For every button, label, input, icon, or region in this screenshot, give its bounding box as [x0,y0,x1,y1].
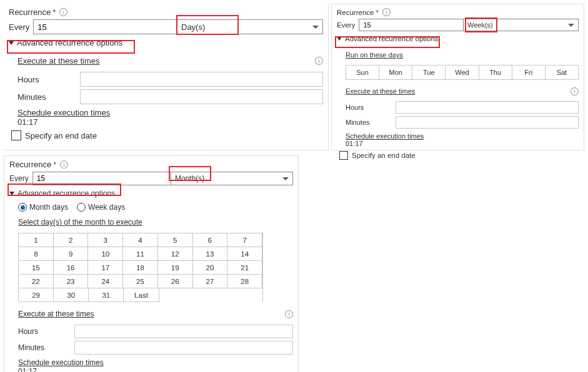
md-5[interactable]: 5 [158,233,193,247]
md-23[interactable]: 23 [54,275,89,288]
specify-end-row[interactable]: Specify an end date [339,151,579,160]
every-value-input[interactable] [359,19,464,31]
info-icon[interactable]: i [285,310,293,318]
advanced-label: Advanced recurrence options [17,38,122,47]
chevron-down-icon [282,177,289,180]
dow-thu[interactable]: Thu [479,65,512,80]
md-1[interactable]: 1 [19,233,54,247]
chevron-down-icon [568,24,574,27]
dow-fri[interactable]: Fri [512,65,546,80]
required-indicator: * [53,160,56,169]
week-days-label: Week days [88,203,125,212]
dow-sat[interactable]: Sat [546,65,579,80]
recurrence-panel-day: Recurrence * i Every Day(s) Advanced rec… [4,4,329,150]
recurrence-panel-month: Recurrence * i Every Month(s) Advanced r… [4,155,299,372]
week-days-radio[interactable]: Week days [77,203,125,212]
md-12[interactable]: 12 [158,247,193,261]
advanced-toggle[interactable]: Advanced recurrence options [9,189,293,198]
info-icon[interactable]: i [59,8,67,16]
md-20[interactable]: 20 [193,261,228,275]
dow-mon[interactable]: Mon [379,65,412,80]
minutes-input[interactable] [396,116,579,129]
info-icon[interactable]: i [571,87,579,95]
checkbox-icon[interactable] [11,130,21,140]
md-27[interactable]: 27 [193,275,228,288]
md-9[interactable]: 9 [54,247,89,261]
run-days-label: Run on these days [346,51,403,59]
checkbox-icon[interactable] [339,151,348,160]
recurrence-label: Recurrence [337,9,374,16]
md-26[interactable]: 26 [158,275,193,288]
recurrence-label: Recurrence [9,160,51,169]
md-21[interactable]: 21 [227,261,262,275]
md-14[interactable]: 14 [227,247,262,261]
select-days-label: Select day(s) of the month to execute [18,218,142,227]
every-value-input[interactable] [33,19,177,34]
hours-input[interactable] [74,325,293,338]
md-blank [159,288,194,302]
info-icon[interactable]: i [315,57,323,65]
md-24[interactable]: 24 [88,275,123,288]
every-label: Every [9,174,29,183]
schedule-time: 01:17 [18,367,293,372]
execute-times-label: Execute at these times [17,56,100,66]
radio-selected-icon [18,203,27,212]
md-16[interactable]: 16 [54,261,89,275]
md-18[interactable]: 18 [123,261,158,275]
caret-down-icon [9,41,14,45]
md-4[interactable]: 4 [123,233,158,247]
md-15[interactable]: 15 [19,261,54,275]
md-last[interactable]: Last [124,288,159,302]
every-value-input[interactable] [32,172,171,185]
advanced-toggle[interactable]: Advanced recurrence options [337,35,579,42]
md-22[interactable]: 22 [19,275,54,288]
md-17[interactable]: 17 [88,261,123,275]
md-29[interactable]: 29 [19,288,54,302]
caret-down-icon [337,37,342,41]
advanced-label: Advanced recurrence options [345,35,439,42]
md-25[interactable]: 25 [123,275,158,288]
md-19[interactable]: 19 [158,261,193,275]
info-icon[interactable]: i [60,160,68,169]
md-blank [194,288,228,302]
md-7[interactable]: 7 [227,233,262,247]
minutes-input[interactable] [74,341,293,355]
every-label: Every [9,22,29,32]
schedule-time: 01:17 [17,117,323,127]
day-of-week-group: Sun Mon Tue Wed Thu Fri Sat [346,65,579,80]
info-icon[interactable]: i [382,8,391,16]
md-30[interactable]: 30 [54,288,89,302]
hours-label: Hours [17,75,80,84]
md-6[interactable]: 6 [193,233,228,247]
md-3[interactable]: 3 [88,233,123,247]
hours-input[interactable] [80,72,323,87]
md-28[interactable]: 28 [227,275,262,288]
md-11[interactable]: 11 [123,247,158,261]
hours-input[interactable] [396,101,579,114]
hours-label: Hours [346,104,396,111]
radio-icon [77,203,86,212]
unit-select[interactable]: Day(s) [177,19,323,34]
minutes-input[interactable] [80,89,323,104]
md-8[interactable]: 8 [19,247,54,261]
md-10[interactable]: 10 [88,247,123,261]
dow-wed[interactable]: Wed [446,65,479,80]
specify-end-row[interactable]: Specify an end date [11,130,323,140]
dow-sun[interactable]: Sun [346,65,379,80]
month-days-label: Month days [29,203,68,212]
advanced-toggle[interactable]: Advanced recurrence options [9,38,323,47]
recurrence-label: Recurrence [9,7,51,17]
md-2[interactable]: 2 [54,233,89,247]
unit-select[interactable]: Month(s) [171,172,293,185]
caret-down-icon [9,192,14,195]
unit-select-value: Month(s) [175,174,204,183]
execute-times-label: Execute at these times [346,87,415,95]
md-31[interactable]: 31 [89,288,124,302]
unit-select-value: Week(s) [467,21,493,29]
dow-tue[interactable]: Tue [412,65,446,80]
unit-select-value: Day(s) [181,22,205,32]
unit-select[interactable]: Week(s) [463,19,579,31]
month-days-radio[interactable]: Month days [18,203,68,212]
md-13[interactable]: 13 [193,247,228,261]
execute-times-label: Execute at these times [18,310,94,318]
